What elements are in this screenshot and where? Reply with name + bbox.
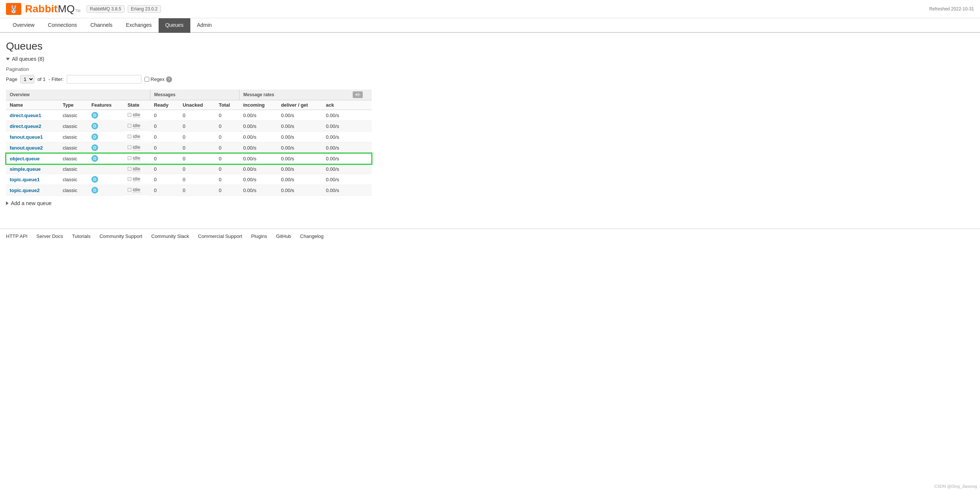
- nav-item-exchanges[interactable]: Exchanges: [119, 18, 158, 33]
- queue-total: 0: [215, 132, 239, 143]
- footer-link-tutorials[interactable]: Tutorials: [72, 233, 90, 239]
- queue-unacked: 0: [179, 174, 215, 185]
- queue-name-link[interactable]: direct.queue2: [10, 124, 41, 129]
- state-square-icon: [127, 156, 131, 160]
- regex-label: Regex ?: [145, 76, 172, 82]
- queue-ack: 0.00/s: [322, 174, 349, 185]
- group-messages: Messages: [150, 89, 239, 100]
- queue-incoming: 0.00/s: [239, 164, 277, 174]
- plus-minus-btn[interactable]: +/-: [353, 91, 363, 98]
- state-text: idle: [133, 133, 140, 140]
- all-queues-label: All queues (8): [12, 56, 44, 62]
- queue-features: D: [88, 153, 124, 164]
- footer-link-community-slack[interactable]: Community Slack: [151, 233, 189, 239]
- queue-extra: [349, 174, 372, 185]
- help-button[interactable]: ?: [166, 76, 172, 82]
- footer-link-server-docs[interactable]: Server Docs: [37, 233, 64, 239]
- footer-link-community-support[interactable]: Community Support: [99, 233, 142, 239]
- queue-deliver-get: 0.00/s: [277, 185, 322, 196]
- table-row[interactable]: fanout.queue2classicDidle0000.00/s0.00/s…: [6, 143, 372, 153]
- queue-type: classic: [59, 143, 88, 153]
- table-row[interactable]: direct.queue2classicDidle0000.00/s0.00/s…: [6, 121, 372, 132]
- page-select[interactable]: 1: [20, 75, 34, 84]
- col-features: Features: [88, 100, 124, 110]
- footer-link-changelog[interactable]: Changelog: [300, 233, 323, 239]
- queue-extra: [349, 143, 372, 153]
- nav-item-channels[interactable]: Channels: [84, 18, 119, 33]
- queue-ack: 0.00/s: [322, 110, 349, 121]
- queue-ready: 0: [150, 153, 179, 164]
- col-type: Type: [59, 100, 88, 110]
- queue-name-link[interactable]: topic.queue2: [10, 187, 40, 193]
- table-row[interactable]: topic.queue2classicDidle0000.00/s0.00/s0…: [6, 185, 372, 196]
- footer-link-commercial-support[interactable]: Commercial Support: [198, 233, 243, 239]
- col-name: Name: [6, 100, 59, 110]
- col-incoming: incoming: [239, 100, 277, 110]
- queue-type: classic: [59, 121, 88, 132]
- queue-extra: [349, 110, 372, 121]
- queue-name-link[interactable]: simple.queue: [10, 167, 41, 172]
- logo-mq: MQ: [58, 3, 75, 15]
- queue-name-link[interactable]: direct.queue1: [10, 113, 41, 118]
- col-ready: Ready: [150, 100, 179, 110]
- nav-item-connections[interactable]: Connections: [41, 18, 84, 33]
- regex-checkbox[interactable]: [145, 77, 149, 82]
- state-square-icon: [127, 124, 131, 127]
- queue-features: D: [88, 143, 124, 153]
- queue-name-link[interactable]: fanout.queue2: [10, 145, 43, 151]
- queue-total: 0: [215, 174, 239, 185]
- nav-item-queues[interactable]: Queues: [159, 18, 190, 33]
- logo-tm: TM: [75, 9, 80, 13]
- queue-features: D: [88, 132, 124, 143]
- queue-unacked: 0: [179, 143, 215, 153]
- queue-state: idle: [124, 164, 150, 174]
- table-row[interactable]: topic.queue1classicDidle0000.00/s0.00/s0…: [6, 174, 372, 185]
- all-queues-header[interactable]: All queues (8): [6, 56, 974, 62]
- queue-ack: 0.00/s: [322, 121, 349, 132]
- queue-ready: 0: [150, 164, 179, 174]
- table-row[interactable]: fanout.queue1classicDidle0000.00/s0.00/s…: [6, 132, 372, 143]
- footer-link-http-api[interactable]: HTTP API: [6, 233, 28, 239]
- refresh-info: Refreshed 2022-10-31: [929, 6, 974, 11]
- queue-deliver-get: 0.00/s: [277, 110, 322, 121]
- filter-input[interactable]: [67, 75, 142, 84]
- queue-type: classic: [59, 174, 88, 185]
- queue-name-link[interactable]: object.queue: [10, 156, 40, 162]
- queue-deliver-get: 0.00/s: [277, 143, 322, 153]
- top-bar: 🐰 RabbitMQTM RabbitMQ 3.8.5 Erlang 23.0.…: [0, 0, 980, 18]
- table-row[interactable]: simple.queueclassicidle0000.00/s0.00/s0.…: [6, 164, 372, 174]
- queue-unacked: 0: [179, 121, 215, 132]
- add-queue-section[interactable]: Add a new queue: [6, 200, 974, 206]
- logo-area: 🐰 RabbitMQTM: [6, 3, 81, 15]
- queues-table: Overview Messages Message rates +/- Name…: [6, 89, 372, 196]
- state-text: idle: [133, 144, 140, 150]
- queue-total: 0: [215, 143, 239, 153]
- col-total: Total: [215, 100, 239, 110]
- filter-label: - Filter:: [49, 76, 64, 82]
- queue-features: D: [88, 110, 124, 121]
- queue-unacked: 0: [179, 110, 215, 121]
- queue-features: D: [88, 185, 124, 196]
- state-square-icon: [127, 188, 131, 192]
- queue-total: 0: [215, 110, 239, 121]
- table-row[interactable]: object.queueclassicDidle0000.00/s0.00/s0…: [6, 153, 372, 164]
- queue-type: classic: [59, 164, 88, 174]
- plus-minus-cell[interactable]: +/-: [349, 89, 372, 100]
- footer-link-plugins[interactable]: Plugins: [251, 233, 267, 239]
- queue-extra: [349, 185, 372, 196]
- group-message-rates: Message rates: [239, 89, 349, 100]
- queue-deliver-get: 0.00/s: [277, 174, 322, 185]
- nav-item-overview[interactable]: Overview: [6, 18, 41, 33]
- queue-ready: 0: [150, 110, 179, 121]
- nav-item-admin[interactable]: Admin: [190, 18, 219, 33]
- queue-unacked: 0: [179, 153, 215, 164]
- queue-name-link[interactable]: topic.queue1: [10, 177, 40, 182]
- state-square-icon: [127, 146, 131, 149]
- queue-state: idle: [124, 185, 150, 195]
- queue-ready: 0: [150, 143, 179, 153]
- queue-name-link[interactable]: fanout.queue1: [10, 134, 43, 140]
- table-row[interactable]: direct.queue1classicDidle0000.00/s0.00/s…: [6, 110, 372, 121]
- queue-ack: 0.00/s: [322, 164, 349, 174]
- footer-link-github[interactable]: GitHub: [276, 233, 291, 239]
- main-content: Queues All queues (8) Pagination Page 1 …: [0, 33, 980, 214]
